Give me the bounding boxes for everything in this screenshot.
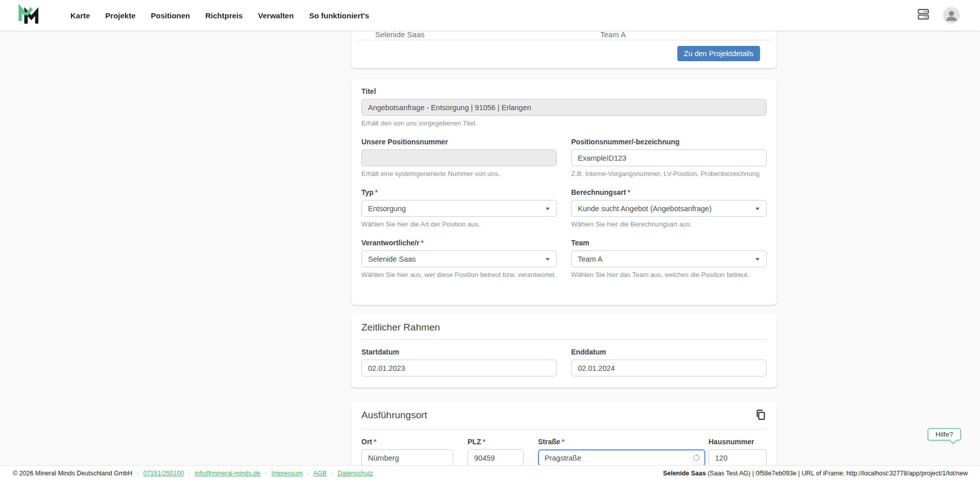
ort-field-group: Ort*: [361, 438, 453, 466]
dropdown-caret-icon: [755, 258, 760, 261]
verantwortliche-label: Verantwortliche/r*: [361, 239, 557, 247]
dropdown-caret-icon: [755, 208, 760, 210]
typ-berechnungsart-row: Typ* Entsorgung Wählen Sie hier die Art …: [361, 188, 767, 228]
strasse-input[interactable]: [538, 449, 705, 466]
enddatum-field-group: Enddatum: [571, 348, 767, 376]
hausnummer-input[interactable]: [708, 449, 767, 466]
help-button-label: Hilfe?: [936, 431, 953, 438]
hausnummer-field-group: Hausnummer: [708, 438, 767, 466]
strasse-field-group: Straße*: [538, 438, 705, 466]
loading-spinner-icon: [693, 454, 700, 461]
verantwortliche-select[interactable]: Selenide Saas: [361, 250, 557, 267]
unsere-positionsnummer-label: Unsere Positionsnummer: [361, 138, 557, 146]
project-responsible-value: Selenide Saas: [375, 30, 425, 39]
required-asterisk: *: [482, 438, 485, 446]
unsere-positionsnummer-hint: Erhält eine systemgenerierte Nummer von …: [361, 170, 557, 178]
required-asterisk: *: [627, 188, 630, 196]
enddatum-input[interactable]: [571, 360, 767, 376]
startdatum-input[interactable]: [361, 360, 557, 376]
help-button[interactable]: Hilfe?: [927, 428, 961, 441]
footer-datenschutz-link[interactable]: Datenschutz: [337, 470, 373, 477]
plz-label: PLZ*: [468, 438, 524, 446]
typ-label: Typ*: [361, 188, 557, 196]
verantwortliche-team-row: Verantwortliche/r* Selenide Saas Wählen …: [361, 239, 767, 279]
divider: [361, 429, 767, 429]
strasse-label: Straße*: [538, 438, 705, 446]
nav-item-verwalten[interactable]: Verwalten: [258, 11, 294, 20]
datum-row: Startdatum Enddatum: [361, 348, 767, 376]
footer-phone-link[interactable]: 07151/250100: [143, 470, 184, 477]
titel-label: Titel: [361, 87, 767, 95]
enddatum-label: Enddatum: [571, 348, 767, 356]
footer-agb-link[interactable]: AGB: [313, 470, 327, 477]
project-details-button[interactable]: Zu den Projektdetails: [677, 46, 760, 61]
typ-field-group: Typ* Entsorgung Wählen Sie hier die Art …: [361, 188, 557, 228]
hausnummer-label: Hausnummer: [708, 438, 767, 446]
titel-hint: Erhält den von uns vorgegebenen Titel.: [361, 119, 767, 127]
zeitlicher-rahmen-title: Zeitlicher Rahmen: [361, 322, 767, 333]
dropdown-caret-icon: [546, 208, 550, 210]
nav-links: Karte Projekte Positionen Richtpreis Ver…: [70, 0, 369, 31]
berechnungsart-field-group: Berechnungsart* Kunde sucht Angebot (Ang…: [571, 188, 767, 228]
typ-select[interactable]: Entsorgung: [361, 200, 557, 217]
footer-left: © 2026 Mineral Minds Deutschland GmbH · …: [13, 466, 373, 481]
required-asterisk: *: [375, 188, 378, 196]
top-navbar: Karte Projekte Positionen Richtpreis Ver…: [0, 0, 980, 31]
titel-input: [361, 99, 767, 116]
plz-field-group: PLZ*: [468, 438, 524, 466]
divider: [356, 40, 772, 40]
nav-item-positionen[interactable]: Positionen: [151, 11, 190, 20]
nav-item-richtpreis[interactable]: Richtpreis: [205, 11, 242, 20]
unsere-positionsnummer-input: [361, 149, 557, 166]
ort-input[interactable]: [361, 449, 453, 466]
footer: © 2026 Mineral Minds Deutschland GmbH · …: [0, 465, 980, 481]
verantwortliche-hint: Wählen Sie hier aus, wer diese Position …: [361, 271, 557, 279]
footer-separator: ·: [307, 470, 309, 477]
nav-item-so-funktionierts[interactable]: So funktioniert's: [309, 11, 370, 20]
footer-user-name: Selenide Saas: [663, 470, 706, 477]
position-form-card: Titel Erhält den von uns vorgegebenen Ti…: [351, 79, 777, 305]
ausfuehrungsort-header: Ausführungsort: [361, 410, 767, 423]
titel-field-group: Titel Erhält den von uns vorgegebenen Ti…: [361, 87, 767, 127]
berechnungsart-select[interactable]: Kunde sucht Angebot (Angebotsanfrage): [571, 200, 767, 217]
user-avatar-icon[interactable]: [943, 7, 960, 23]
server-icon[interactable]: [917, 8, 930, 23]
positionsnummer-field-group: Positionsnummer/-bezeichnung Z.B. Intern…: [571, 138, 767, 178]
typ-hint: Wählen Sie hier die Art der Position aus…: [361, 220, 557, 228]
startdatum-field-group: Startdatum: [361, 348, 557, 376]
verantwortliche-field-group: Verantwortliche/r* Selenide Saas Wählen …: [361, 239, 557, 279]
nav-item-karte[interactable]: Karte: [70, 11, 90, 20]
footer-email-link[interactable]: info@mineral-minds.de: [195, 470, 261, 477]
team-select[interactable]: Team A: [571, 250, 767, 267]
copy-icon[interactable]: [754, 409, 767, 423]
required-asterisk: *: [421, 239, 424, 247]
footer-impressum-link[interactable]: Impressum: [271, 470, 303, 477]
team-label: Team: [571, 239, 767, 247]
required-asterisk: *: [374, 438, 376, 446]
zeitlicher-rahmen-card: Zeitlicher Rahmen Startdatum Enddatum: [351, 314, 777, 388]
unsere-positionsnummer-field-group: Unsere Positionsnummer Erhält eine syste…: [361, 138, 557, 178]
ort-label: Ort*: [361, 438, 453, 446]
footer-separator: ·: [188, 470, 190, 477]
positionsnummer-row: Unsere Positionsnummer Erhält eine syste…: [361, 138, 767, 178]
plz-input[interactable]: [468, 449, 524, 466]
navbar-right: [917, 0, 960, 31]
footer-separator: ·: [331, 470, 333, 477]
berechnungsart-label: Berechnungsart*: [571, 188, 767, 196]
footer-session-text: (Saas Test AG) | 0f58e7eb093e | URL of i…: [706, 470, 968, 477]
berechnungsart-hint: Wählen Sie hier die Berechnungsart aus.: [571, 220, 767, 228]
footer-session-info: Selenide Saas (Saas Test AG) | 0f58e7eb0…: [663, 466, 968, 481]
footer-separator: ·: [265, 470, 267, 477]
divider: [361, 339, 767, 340]
positionsnummer-input[interactable]: [571, 149, 767, 166]
team-hint: Wählen Sie hier das Team aus, welches di…: [571, 271, 767, 279]
ausfuehrungsort-title: Ausführungsort: [361, 410, 427, 421]
startdatum-label: Startdatum: [361, 348, 557, 356]
footer-separator: ·: [137, 470, 139, 477]
required-asterisk: *: [562, 438, 565, 446]
footer-copyright: © 2026 Mineral Minds Deutschland GmbH: [13, 470, 132, 477]
mineral-minds-logo[interactable]: [17, 4, 39, 29]
positionsnummer-label: Positionsnummer/-bezeichnung: [571, 138, 767, 146]
dropdown-caret-icon: [546, 258, 550, 261]
nav-item-projekte[interactable]: Projekte: [105, 11, 135, 20]
